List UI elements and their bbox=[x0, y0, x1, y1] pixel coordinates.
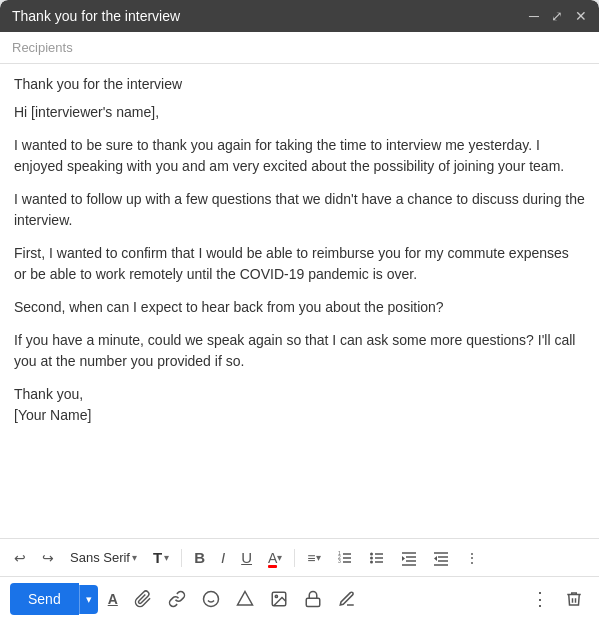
text-color-bar bbox=[268, 565, 277, 568]
font-size-icon: T bbox=[153, 549, 162, 566]
paragraph-1: I wanted to be sure to thank you again f… bbox=[14, 135, 585, 177]
font-family-label: Sans Serif bbox=[70, 550, 130, 565]
paragraph-4: Second, when can I expect to hear back f… bbox=[14, 297, 585, 318]
font-size-chevron: ▾ bbox=[164, 552, 169, 563]
photo-button[interactable] bbox=[264, 585, 294, 613]
paragraph-2: I wanted to follow up with a few questio… bbox=[14, 189, 585, 231]
link-button[interactable] bbox=[162, 585, 192, 613]
confidential-button[interactable] bbox=[298, 585, 328, 613]
send-btn-group: Send ▾ bbox=[10, 583, 98, 615]
font-size-selector[interactable]: T ▾ bbox=[147, 547, 175, 568]
more-formatting-button[interactable]: ⋮ bbox=[459, 546, 485, 570]
separator-2 bbox=[294, 549, 295, 567]
pencil-icon bbox=[338, 590, 356, 608]
recipients-bar[interactable]: Recipients bbox=[0, 32, 599, 64]
unordered-list-button[interactable] bbox=[363, 546, 391, 570]
titlebar: Thank you for the interview ─ ⤢ ✕ bbox=[0, 0, 599, 32]
svg-marker-25 bbox=[237, 592, 252, 606]
minimize-icon[interactable]: ─ bbox=[529, 8, 539, 24]
format-text-button[interactable]: A bbox=[102, 586, 124, 612]
text-color-icon: A bbox=[268, 550, 277, 566]
action-toolbar: Send ▾ A ⋮ bbox=[0, 576, 599, 621]
align-button[interactable]: ≡ ▾ bbox=[301, 546, 326, 570]
attach-icon bbox=[134, 590, 152, 608]
italic-button[interactable]: I bbox=[215, 545, 231, 570]
svg-marker-16 bbox=[402, 556, 405, 561]
svg-marker-21 bbox=[434, 556, 437, 561]
svg-rect-28 bbox=[306, 598, 320, 606]
indent-button[interactable] bbox=[395, 546, 423, 570]
svg-point-9 bbox=[370, 552, 373, 555]
svg-point-10 bbox=[370, 556, 373, 559]
link-icon bbox=[168, 590, 186, 608]
outdent-button[interactable] bbox=[427, 546, 455, 570]
emoji-button[interactable] bbox=[196, 585, 226, 613]
drive-button[interactable] bbox=[230, 585, 260, 613]
send-button[interactable]: Send bbox=[10, 583, 79, 615]
photo-icon bbox=[270, 590, 288, 608]
format-text-icon: A bbox=[108, 591, 118, 607]
svg-text:3: 3 bbox=[338, 558, 341, 564]
greeting: Hi [interviewer's name], bbox=[14, 102, 585, 123]
paragraph-3: First, I wanted to confirm that I would … bbox=[14, 243, 585, 285]
undo-button[interactable]: ↩ bbox=[8, 546, 32, 570]
font-family-chevron: ▾ bbox=[132, 552, 137, 563]
subject-line: Thank you for the interview bbox=[14, 76, 585, 92]
align-chevron: ▾ bbox=[316, 552, 321, 563]
compose-window: Thank you for the interview ─ ⤢ ✕ Recipi… bbox=[0, 0, 599, 621]
redo-button[interactable]: ↪ bbox=[36, 546, 60, 570]
indent-icon bbox=[401, 550, 417, 566]
delete-icon bbox=[565, 590, 583, 608]
window-title: Thank you for the interview bbox=[12, 8, 180, 24]
expand-icon[interactable]: ⤢ bbox=[551, 8, 563, 24]
close-icon[interactable]: ✕ bbox=[575, 8, 587, 24]
ordered-list-button[interactable]: 123 bbox=[331, 546, 359, 570]
paragraph-5: If you have a minute, could we speak aga… bbox=[14, 330, 585, 372]
signature-button[interactable] bbox=[332, 585, 362, 613]
formatting-toolbar: ↩ ↪ Sans Serif ▾ T ▾ B I U A ▾ ≡ ▾ 123 bbox=[0, 538, 599, 576]
ordered-list-icon: 123 bbox=[337, 550, 353, 566]
outdent-icon bbox=[433, 550, 449, 566]
lock-icon bbox=[304, 590, 322, 608]
text-color-button[interactable]: A ▾ bbox=[262, 546, 288, 570]
align-icon: ≡ bbox=[307, 550, 315, 566]
text-color-chevron: ▾ bbox=[277, 552, 282, 563]
closing: Thank you,[Your Name] bbox=[14, 384, 585, 426]
email-body[interactable]: Thank you for the interview Hi [intervie… bbox=[0, 64, 599, 538]
svg-point-27 bbox=[275, 595, 277, 597]
font-family-selector[interactable]: Sans Serif ▾ bbox=[64, 548, 143, 567]
svg-point-22 bbox=[203, 592, 218, 607]
recipients-placeholder: Recipients bbox=[12, 40, 73, 55]
window-controls: ─ ⤢ ✕ bbox=[529, 8, 587, 24]
more-options-button[interactable]: ⋮ bbox=[525, 583, 555, 615]
unordered-list-icon bbox=[369, 550, 385, 566]
attach-button[interactable] bbox=[128, 585, 158, 613]
bold-button[interactable]: B bbox=[188, 545, 211, 570]
emoji-icon bbox=[202, 590, 220, 608]
send-dropdown-button[interactable]: ▾ bbox=[79, 585, 98, 614]
svg-point-11 bbox=[370, 560, 373, 563]
body-text: Hi [interviewer's name], I wanted to be … bbox=[14, 102, 585, 426]
separator-1 bbox=[181, 549, 182, 567]
underline-button[interactable]: U bbox=[235, 545, 258, 570]
discard-button[interactable] bbox=[559, 585, 589, 613]
drive-icon bbox=[236, 590, 254, 608]
